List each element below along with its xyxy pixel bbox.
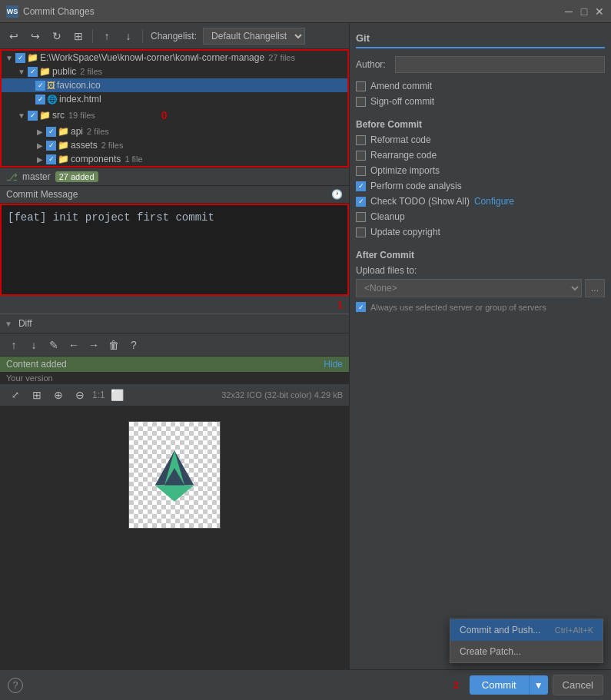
- commit-button[interactable]: Commit: [470, 675, 529, 695]
- diff-edit-button[interactable]: ✎: [45, 336, 63, 354]
- commit-msg-input[interactable]: [feat] init project first commit: [2, 205, 347, 282]
- diff-toolbar: ↑ ↓ ✎ ← → 🗑 ?: [0, 333, 349, 357]
- tree-api[interactable]: ▶ ✓ 📁 api 2 files: [2, 124, 347, 138]
- cleanup-row: Cleanup: [356, 211, 605, 222]
- window-controls[interactable]: ─ □ ✕: [563, 6, 605, 17]
- signoff-checkbox[interactable]: [356, 97, 366, 107]
- close-button[interactable]: ✕: [594, 6, 605, 17]
- tree-public[interactable]: ▼ ✓ 📁 public 2 files: [2, 65, 347, 78]
- move-up-button[interactable]: ↑: [98, 27, 116, 45]
- expand-icon[interactable]: ▼: [5, 53, 14, 62]
- todo-checkbox[interactable]: ✓: [356, 197, 366, 207]
- rearrange-row: Rearrange code: [356, 150, 605, 161]
- git-tab[interactable]: Git: [356, 29, 605, 48]
- window-title: Commit Changes: [23, 6, 559, 17]
- create-patch-item[interactable]: Create Patch...: [450, 641, 603, 662]
- src-zero-number: 0: [158, 108, 171, 123]
- tree-assets[interactable]: ▶ ✓ 📁 assets 2 files: [2, 138, 347, 152]
- diff-section: ▼ Diff ↑ ↓ ✎ ← → 🗑 ? Content added Hide …: [0, 314, 349, 700]
- tree-favicon[interactable]: ✓ 🖼 favicon.ico: [2, 78, 347, 92]
- optimize-label: Optimize imports: [370, 165, 440, 176]
- diff-title: Diff: [18, 318, 32, 329]
- root-checkbox[interactable]: ✓: [15, 53, 25, 63]
- root-count: 27 files: [268, 53, 295, 62]
- public-folder-icon: 📁: [39, 66, 51, 77]
- rearrange-label: Rearrange code: [370, 150, 437, 161]
- redo-button[interactable]: ↪: [26, 27, 45, 45]
- author-row: Author:: [356, 56, 605, 73]
- layout-button[interactable]: ⊞: [69, 27, 88, 45]
- maximize-button[interactable]: □: [579, 6, 589, 17]
- hide-button[interactable]: Hide: [324, 359, 343, 370]
- author-input[interactable]: [395, 56, 605, 73]
- assets-checkbox[interactable]: ✓: [46, 141, 56, 151]
- always-use-row: ✓ Always use selected server or group of…: [356, 302, 605, 313]
- components-expand-icon[interactable]: ▶: [35, 154, 45, 164]
- src-label: src: [52, 110, 65, 121]
- index-label: index.html: [59, 94, 101, 105]
- refresh-button[interactable]: ↻: [48, 27, 66, 45]
- after-commit-header: After Commit: [356, 250, 605, 260]
- bottom-right: 2 Commit ▼ Cancel: [453, 675, 603, 695]
- public-label: public: [52, 66, 76, 77]
- app-icon: WS: [6, 5, 18, 18]
- amend-checkbox[interactable]: [356, 81, 366, 91]
- commit-and-push-item[interactable]: Commit and Push... Ctrl+Alt+K: [450, 619, 603, 641]
- cancel-button[interactable]: Cancel: [553, 675, 603, 695]
- vue-logo-svg: [144, 448, 205, 502]
- fit-icon-btn[interactable]: ⬜: [108, 386, 127, 404]
- undo-button[interactable]: ↩: [5, 27, 23, 45]
- components-checkbox[interactable]: ✓: [46, 154, 56, 164]
- diff-back-button[interactable]: ←: [65, 336, 83, 354]
- grid-icon-btn[interactable]: ⊞: [28, 386, 46, 404]
- diff-forward-button[interactable]: →: [85, 336, 103, 354]
- tree-root[interactable]: ▼ ✓ 📁 E:\WorkSpace\Vue\knowl-corner\konw…: [2, 51, 347, 65]
- upload-dropdown[interactable]: <None>: [356, 279, 582, 297]
- cleanup-checkbox[interactable]: [356, 212, 366, 222]
- tree-index[interactable]: ✓ 🌐 index.html: [2, 92, 347, 106]
- analyze-row: ✓ Perform code analysis: [356, 181, 605, 191]
- changelist-dropdown[interactable]: Default Changelist: [203, 28, 305, 45]
- toolbar: ↩ ↪ ↻ ⊞ ↑ ↓ Changelist: Default Changeli…: [0, 23, 349, 49]
- src-expand-icon[interactable]: ▼: [17, 111, 26, 120]
- tree-components[interactable]: ▶ ✓ 📁 components 1 file: [2, 152, 347, 166]
- always-use-checkbox[interactable]: ✓: [356, 302, 366, 312]
- api-checkbox[interactable]: ✓: [46, 127, 56, 137]
- diff-delete-button[interactable]: 🗑: [105, 336, 123, 354]
- expand-icon[interactable]: ▼: [17, 67, 26, 76]
- diff-down-button[interactable]: ↓: [25, 336, 43, 354]
- optimize-checkbox[interactable]: [356, 166, 366, 176]
- components-label: components: [71, 154, 121, 164]
- amend-commit-row: Amend commit: [356, 81, 605, 91]
- diff-help-button[interactable]: ?: [125, 336, 143, 354]
- public-checkbox[interactable]: ✓: [28, 67, 38, 77]
- bottom-number-two: 2: [453, 679, 459, 691]
- src-checkbox[interactable]: ✓: [28, 111, 38, 121]
- analyze-checkbox[interactable]: ✓: [356, 181, 366, 191]
- minimize-button[interactable]: ─: [563, 6, 574, 17]
- diff-up-button[interactable]: ↑: [5, 336, 23, 354]
- rearrange-checkbox[interactable]: [356, 151, 366, 161]
- components-count: 1 file: [125, 154, 142, 164]
- commit-dropdown-button[interactable]: ▼: [529, 675, 548, 695]
- todo-label: Check TODO (Show All): [370, 196, 470, 207]
- api-expand-icon[interactable]: ▶: [35, 127, 45, 136]
- reformat-checkbox[interactable]: [356, 135, 366, 145]
- your-version-label: Your version: [0, 372, 349, 384]
- before-commit-header: Before Commit: [356, 119, 605, 130]
- browse-button[interactable]: …: [585, 279, 605, 297]
- tree-src[interactable]: ▼ ✓ 📁 src 19 files 0: [2, 106, 347, 124]
- help-button[interactable]: ?: [8, 678, 23, 693]
- minus-icon-btn[interactable]: ⊖: [71, 386, 89, 404]
- todo-row: ✓ Check TODO (Show All) Configure: [356, 196, 605, 207]
- copyright-checkbox[interactable]: [356, 227, 366, 237]
- diff-expand-icon[interactable]: ▼: [5, 320, 12, 328]
- file-tree-panel: ▼ ✓ 📁 E:\WorkSpace\Vue\knowl-corner\konw…: [0, 49, 349, 168]
- favicon-checkbox[interactable]: ✓: [35, 81, 45, 91]
- configure-link[interactable]: Configure: [474, 196, 514, 207]
- add-icon-btn[interactable]: ⊕: [49, 386, 68, 404]
- move-down-button[interactable]: ↓: [119, 27, 138, 45]
- expand-icon-btn[interactable]: ⤢: [6, 386, 25, 404]
- index-checkbox[interactable]: ✓: [35, 95, 45, 105]
- assets-expand-icon[interactable]: ▶: [35, 141, 45, 150]
